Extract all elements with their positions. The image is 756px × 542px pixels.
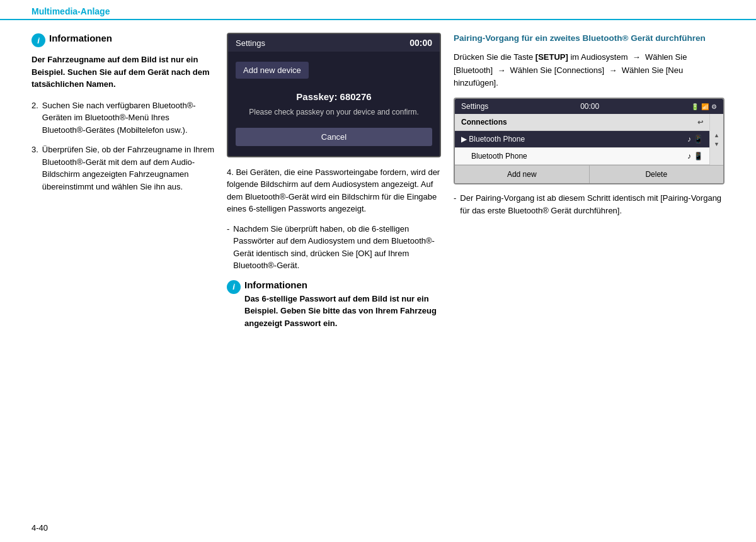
dash-text-1: Nachdem Sie überprüft haben, ob die 6-st… xyxy=(233,223,441,272)
screen-header-1: Settings 00:00 xyxy=(228,34,440,52)
step-3-num: 3. xyxy=(32,144,38,193)
screen-settings-label-1: Settings xyxy=(236,38,265,48)
delete-button[interactable]: Delete xyxy=(590,166,724,183)
dash-symbol-2: - xyxy=(454,192,456,217)
info-icon-2: i xyxy=(227,280,241,294)
right-heading: Pairing-Vorgang für ein zweites Bluetoot… xyxy=(454,33,724,45)
music-icon-1: ♪ xyxy=(687,135,691,144)
connections-label: Connections xyxy=(461,118,697,127)
right-column: Pairing-Vorgang für ein zweites Bluetoot… xyxy=(454,33,724,518)
right-dash-text: Der Pairing-Vorgang ist ab diesem Schrit… xyxy=(460,192,724,217)
step-2-text: Suchen Sie nach verfügbaren Bluetooth®-G… xyxy=(42,99,214,137)
screen-time-1: 00:00 xyxy=(410,38,432,48)
scroll-down-arrow[interactable]: ▼ xyxy=(713,140,721,149)
settings-footer: Add new Delete xyxy=(455,165,723,183)
info-box-2: i Informationen Das 6-stellige Passwort … xyxy=(227,279,441,339)
bluetooth-phone-label-2: Bluetooth Phone xyxy=(471,152,687,161)
step-2-num: 2. xyxy=(32,99,38,137)
screen-body-1: Add new device Passkey: 680276 Please ch… xyxy=(228,52,440,156)
left-column: i Informationen Der Fahrzeugname auf dem… xyxy=(32,33,214,518)
info-icon-1: i xyxy=(32,33,45,47)
right-body-text: Drücken Sie die Taste [SETUP] im Audiosy… xyxy=(454,51,724,90)
phone-icon-2: 📱 xyxy=(694,152,703,161)
passkey-sub-text: Please check passkey on your device and … xyxy=(236,107,432,118)
page-header: Multimedia-Anlage xyxy=(0,0,756,20)
bluetooth-phone-row-1[interactable]: ▶ Bluetooth Phone ♪ 📱 xyxy=(455,131,709,148)
settings-status-icons: 🔋 📶 ⚙ xyxy=(691,103,717,110)
device-screen-1: Settings 00:00 Add new device Passkey: 6… xyxy=(227,33,441,157)
play-icon-1: ▶ xyxy=(461,135,467,144)
add-new-button[interactable]: Add new xyxy=(455,166,590,183)
info-title-2: Informationen xyxy=(244,279,441,290)
step-4-text: 4. Bei Geräten, die eine Passworteingabe… xyxy=(227,166,441,215)
music-icon-2: ♪ xyxy=(687,152,691,161)
content-area: i Informationen Der Fahrzeugname auf dem… xyxy=(0,20,756,531)
phone-icon-1: 📱 xyxy=(694,135,703,144)
step-3-text: Überprüfen Sie, ob der Fahrzeugname in I… xyxy=(42,144,214,193)
settings-screen-2: Settings 00:00 🔋 📶 ⚙ Connections ↩ xyxy=(454,98,724,184)
info-box-1: i Informationen xyxy=(32,33,214,47)
row2-icons: ♪ 📱 xyxy=(687,152,703,161)
page-number: 4-40 xyxy=(32,523,48,533)
settings-rows: Connections ↩ ▶ Bluetooth Phone ♪ 📱 xyxy=(455,114,709,165)
passkey-display: Passkey: 680276 xyxy=(236,91,432,102)
settings-header-2: Settings 00:00 🔋 📶 ⚙ xyxy=(455,99,723,114)
scroll-up-arrow[interactable]: ▲ xyxy=(713,131,721,140)
step-3: 3. Überprüfen Sie, ob der Fahrzeugname i… xyxy=(32,144,214,193)
bluetooth-phone-row-2[interactable]: Bluetooth Phone ♪ 📱 xyxy=(455,148,709,165)
add-device-button[interactable]: Add new device xyxy=(236,62,309,79)
connections-row: Connections ↩ xyxy=(455,114,709,131)
info-bold-text-2: Das 6-stellige Passwort auf dem Bild ist… xyxy=(244,293,441,330)
settings-time-2: 00:00 xyxy=(580,102,599,111)
row1-icons: ♪ 📱 xyxy=(687,135,703,144)
info-bold-text-1: Der Fahrzeugname auf dem Bild ist nur ei… xyxy=(32,54,214,91)
scroll-arrows: ▲ ▼ xyxy=(709,114,723,165)
info-title-1: Informationen xyxy=(49,33,112,43)
dash-symbol-1: - xyxy=(227,223,229,272)
signal-icon: 📶 xyxy=(701,103,709,110)
page-title: Multimedia-Anlage xyxy=(32,6,724,19)
settings-label-2: Settings xyxy=(461,102,488,111)
bluetooth-phone-label-1: Bluetooth Phone xyxy=(469,135,687,144)
middle-column: Settings 00:00 Add new device Passkey: 6… xyxy=(227,33,441,518)
step-4-dash: - Nachdem Sie überprüft haben, ob die 6-… xyxy=(227,223,441,272)
settings-icon: ⚙ xyxy=(711,103,717,110)
battery-icon: 🔋 xyxy=(691,103,699,110)
cancel-button[interactable]: Cancel xyxy=(236,128,432,146)
settings-body: Connections ↩ ▶ Bluetooth Phone ♪ 📱 xyxy=(455,114,723,165)
back-arrow-icon[interactable]: ↩ xyxy=(697,118,703,127)
right-dash: - Der Pairing-Vorgang ist ab diesem Schr… xyxy=(454,192,724,217)
step-2: 2. Suchen Sie nach verfügbaren Bluetooth… xyxy=(32,99,214,137)
